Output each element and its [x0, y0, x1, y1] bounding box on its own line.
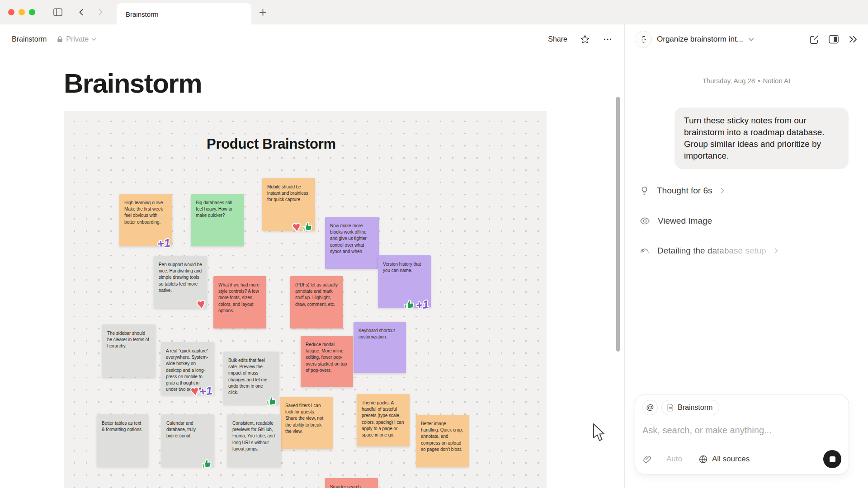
- sticky-note[interactable]: The sidebar should be clearer in terms o…: [102, 324, 156, 377]
- lightbulb-icon: [640, 186, 649, 196]
- ai-input[interactable]: Ask, search, or make anything...: [642, 425, 841, 436]
- context-chip-brainstorm[interactable]: Brainstorm: [661, 400, 719, 415]
- user-message-bubble: Turn these sticky notes from our brainst…: [675, 108, 849, 169]
- board-title: Product Brainstorm: [207, 136, 336, 152]
- sticky-note-text: Reduce modal fatigue. More inline editin…: [306, 342, 348, 374]
- traffic-lights: [8, 9, 35, 15]
- page-icon: [667, 404, 674, 412]
- sticker-row: +1: [403, 299, 429, 310]
- sticky-note[interactable]: A real "quick capture" everywhere. Syste…: [161, 342, 214, 395]
- chevron-down-icon: [91, 38, 96, 41]
- ai-panel: Organize brainstorm int...: [624, 24, 868, 488]
- sticky-note[interactable]: What if we had more style controls? A fe…: [213, 276, 266, 328]
- sticky-note[interactable]: Big databases still feel heavy. How to m…: [191, 194, 244, 246]
- chevron-right-icon: [720, 188, 725, 194]
- forward-icon[interactable]: [94, 6, 107, 18]
- sticky-note-text: Now make more blocks work offline and gi…: [330, 223, 374, 255]
- mention-button[interactable]: @: [642, 400, 658, 415]
- page-title: Brainstorm: [64, 68, 202, 99]
- privacy-label: Private: [66, 35, 89, 43]
- sticky-note[interactable]: Now make more blocks work offline and gi…: [325, 217, 379, 269]
- sticky-note[interactable]: Better image handling. Quick crop, annot…: [416, 415, 469, 467]
- sticker-row: [265, 395, 277, 407]
- sticky-note-text: Pen support would be nice. Handwriting a…: [159, 262, 202, 294]
- tab-title: Brainstorm: [126, 10, 159, 18]
- sticky-note-text: High learning curve. Make the first week…: [124, 200, 167, 225]
- new-chat-icon[interactable]: [809, 34, 819, 45]
- stop-icon: [830, 456, 835, 462]
- sticky-note[interactable]: Keyboard shortcut customization.: [354, 322, 406, 373]
- sticky-note-text: Keyboard shortcut customization.: [359, 328, 401, 340]
- breadcrumb[interactable]: Brainstorm: [12, 35, 47, 43]
- sticky-note[interactable]: Version history that you can name.+1: [378, 255, 431, 308]
- notion-ai-face-icon: [635, 31, 652, 48]
- mouse-cursor: [592, 423, 608, 443]
- thumbs-up-sticker-icon: [302, 221, 313, 233]
- zoom-window-button[interactable]: [29, 9, 35, 15]
- sticky-note-text: Smarter search chips.: [330, 484, 373, 488]
- mode-selector[interactable]: Auto: [666, 455, 682, 464]
- sticky-note[interactable]: Reduce modal fatigue. More inline editin…: [301, 336, 353, 387]
- sticky-note-text: Mobile should be instant and brainless f…: [267, 184, 310, 203]
- privacy-control[interactable]: Private: [57, 35, 96, 43]
- favorite-star-icon[interactable]: [580, 34, 590, 44]
- status-thought[interactable]: Thought for 6s: [640, 184, 725, 197]
- heart-sticker-icon: ♥: [196, 297, 206, 311]
- share-button[interactable]: Share: [548, 35, 567, 43]
- sticky-note-text: What if we had more style controls? A fe…: [218, 282, 261, 314]
- sticky-note[interactable]: Better tables as text & formatting optio…: [97, 414, 148, 467]
- sticky-note-text: Calendar and database, truly bidirection…: [166, 420, 209, 440]
- page-toolbar: Brainstorm Private Share: [0, 24, 624, 54]
- vertical-scrollbar[interactable]: [616, 97, 620, 352]
- brainstorm-board[interactable]: Product Brainstorm High learning curve. …: [64, 111, 547, 488]
- sticky-note-text: The sidebar should be clearer in terms o…: [107, 330, 151, 350]
- toggle-sidebar-icon[interactable]: [52, 6, 64, 18]
- thumbs-up-sticker-icon: [265, 395, 277, 407]
- new-tab-button[interactable]: [256, 6, 269, 18]
- globe-icon: [698, 455, 708, 464]
- chevron-down-icon[interactable]: [748, 38, 754, 42]
- page-main: Brainstorm Private Share: [0, 24, 624, 488]
- attach-icon[interactable]: [642, 455, 652, 464]
- close-window-button[interactable]: [8, 9, 14, 15]
- plus-one-sticker: +1: [199, 385, 213, 397]
- titlebar: Brainstorm: [0, 0, 868, 24]
- stop-generating-button[interactable]: [823, 450, 841, 468]
- ai-thread-title[interactable]: Organize brainstorm int...: [657, 35, 743, 44]
- sticky-note[interactable]: Mobile should be instant and brainless f…: [262, 178, 315, 231]
- sticky-note-text: Big databases still feel heavy. How to m…: [196, 200, 239, 219]
- sticky-note[interactable]: Smarter search chips.: [325, 478, 378, 488]
- sticky-note-text: (PDFs) let us actually annotate and mark…: [295, 282, 338, 308]
- collapse-panel-icon[interactable]: [848, 35, 858, 44]
- sources-selector[interactable]: All sources: [698, 455, 750, 464]
- sticky-note[interactable]: Saved filters I can lock for guests. Sha…: [280, 397, 333, 449]
- tab-brainstorm[interactable]: Brainstorm: [117, 3, 251, 25]
- sticky-note[interactable]: (PDFs) let us actually annotate and mark…: [290, 276, 343, 328]
- ai-composer[interactable]: @ Brainstorm Ask, search, or make anythi…: [635, 394, 849, 475]
- sticky-note[interactable]: Calendar and database, truly bidirection…: [161, 414, 214, 467]
- sticky-note-text: Saved filters I can lock for guests. Sha…: [285, 403, 328, 435]
- sticky-note[interactable]: High learning curve. Make the first week…: [119, 194, 172, 246]
- sticky-note-text: Consistent, readable previews for GitHub…: [232, 420, 276, 452]
- plus-one-sticker: +1: [415, 298, 429, 311]
- notion-window: Brainstorm Brainstorm Private Share: [0, 0, 868, 488]
- sticky-note-text: Better tables as text & formatting optio…: [102, 420, 143, 433]
- sticker-row: +1: [157, 238, 170, 249]
- panel-layout-icon[interactable]: [828, 34, 839, 44]
- lock-icon: [57, 36, 63, 43]
- sticky-note-text: Theme packs. A handful of tasteful prese…: [362, 400, 405, 438]
- back-icon[interactable]: [75, 6, 88, 18]
- sticky-note[interactable]: Theme packs. A handful of tasteful prese…: [357, 394, 410, 446]
- more-options-icon[interactable]: [603, 34, 613, 44]
- minimize-window-button[interactable]: [19, 9, 25, 15]
- sticker-row: ♥: [197, 297, 205, 311]
- heart-sticker-icon: ♥: [292, 220, 302, 234]
- sticky-note[interactable]: Pen support would be nice. Handwriting a…: [154, 256, 207, 308]
- sticky-note[interactable]: Bulk edits that feel safe. Preview the i…: [223, 352, 279, 404]
- status-viewed-image[interactable]: Viewed Image: [640, 214, 712, 228]
- sticky-note-text: Bulk edits that feel safe. Preview the i…: [228, 357, 274, 396]
- sticky-note-text: Version history that you can name.: [383, 261, 426, 274]
- sticker-row: ♥: [292, 220, 313, 234]
- status-detailing[interactable]: Detailing the database setup: [640, 244, 778, 258]
- sticky-note[interactable]: Consistent, readable previews for GitHub…: [227, 414, 281, 467]
